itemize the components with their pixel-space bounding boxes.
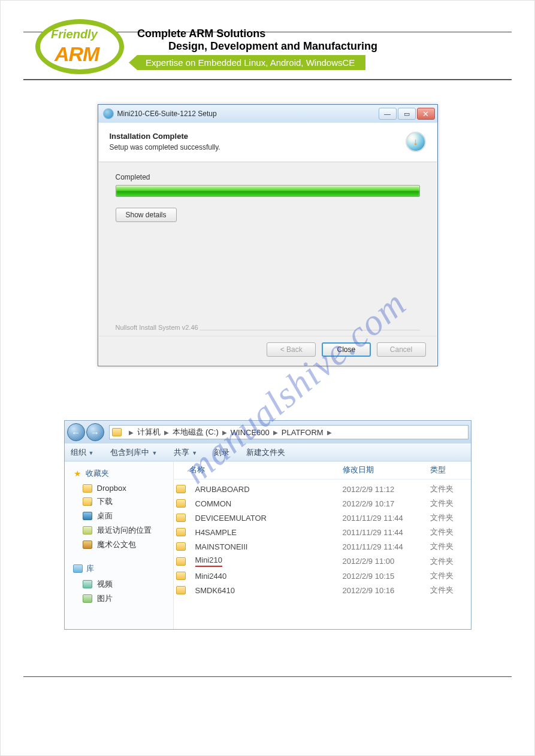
folder-icon — [176, 528, 186, 536]
briefcase-icon — [83, 541, 92, 549]
list-item[interactable]: SMDK6410 2012/2/9 10:16 文件夹 — [174, 583, 471, 597]
explorer-toolbar: 组织▼ 包含到库中▼ 共享▼ 刻录 新建文件夹 — [65, 444, 471, 462]
breadcrumb[interactable]: ▶ 计算机 ▶ 本地磁盘 (C:) ▶ WINCE600 ▶ PLATFORM … — [109, 425, 468, 439]
download-folder-icon — [83, 497, 92, 506]
folder-icon — [83, 484, 92, 493]
installer-footer-label: Nullsoft Install System v2.46 — [99, 324, 437, 336]
installer-icon — [103, 108, 114, 119]
list-item[interactable]: COMMON 2012/2/9 10:17 文件夹 — [174, 496, 471, 511]
page-header: Friendly ARM Complete ARM Solutions Desi… — [23, 32, 512, 80]
file-list: 名称 修改日期 类型 ARUBABOARD 2012/2/9 11:12 文件夹… — [174, 462, 471, 629]
logo-text-top: Friendly — [51, 28, 98, 41]
desktop-icon — [83, 512, 92, 520]
nav-forward-button[interactable]: → — [86, 423, 104, 441]
cancel-button[interactable]: Cancel — [377, 342, 426, 357]
video-icon — [83, 580, 92, 588]
crumb-1[interactable]: 计算机 — [137, 427, 161, 438]
toolbar-new-folder[interactable]: 新建文件夹 — [246, 447, 285, 458]
installer-window: Mini210-CE6-Suite-1212 Setup — ▭ ✕ Insta… — [98, 104, 438, 366]
installer-titlebar[interactable]: Mini210-CE6-Suite-1212 Setup — ▭ ✕ — [98, 105, 437, 123]
list-item[interactable]: Mini210 2012/2/9 11:00 文件夹 — [174, 554, 471, 569]
logo: Friendly ARM — [35, 19, 124, 74]
folder-icon — [176, 557, 186, 566]
header-line1: Complete ARM Solutions — [137, 28, 377, 40]
back-button[interactable]: < Back — [267, 342, 316, 357]
close-button[interactable]: Close — [322, 342, 371, 357]
column-type[interactable]: 类型 — [430, 464, 466, 475]
toolbar-burn[interactable]: 刻录 — [214, 447, 229, 458]
folder-icon — [176, 514, 186, 522]
crumb-4[interactable]: PLATFORM — [282, 428, 324, 437]
folder-icon — [112, 428, 122, 436]
show-details-button[interactable]: Show details — [116, 208, 177, 222]
sidebar-item-download[interactable]: 下载 — [69, 494, 173, 509]
toolbar-share[interactable]: 共享▼ — [174, 447, 197, 458]
sidebar-item-video[interactable]: 视频 — [69, 577, 173, 591]
install-status: Completed — [116, 173, 420, 181]
crumb-3[interactable]: WINCE600 — [231, 428, 270, 437]
crumb-2[interactable]: 本地磁盘 (C:) — [173, 427, 219, 438]
explorer-window: ← → ▶ 计算机 ▶ 本地磁盘 (C:) ▶ WINCE600 ▶ PLATF… — [64, 420, 471, 630]
recent-icon — [83, 526, 92, 535]
sidebar-libraries[interactable]: 库 — [69, 560, 173, 577]
logo-text-bottom: ARM — [55, 42, 99, 66]
sidebar-item-recent[interactable]: 最近访问的位置 — [69, 523, 173, 538]
maximize-button[interactable]: ▭ — [398, 108, 416, 120]
library-icon — [73, 564, 83, 573]
sidebar-item-image[interactable]: 图片 — [69, 591, 173, 606]
image-icon — [83, 594, 92, 603]
toolbar-organize[interactable]: 组织▼ — [71, 447, 94, 458]
sidebar-item-desktop[interactable]: 桌面 — [69, 509, 173, 523]
sidebar-item-briefcase[interactable]: 魔术公文包 — [69, 538, 173, 552]
toolbar-include[interactable]: 包含到库中▼ — [110, 447, 157, 458]
header-line2: Design, Development and Manufacturing — [137, 40, 377, 53]
column-name[interactable]: 名称 — [176, 464, 343, 475]
folder-icon — [176, 586, 186, 594]
list-item[interactable]: ARUBABOARD 2012/2/9 11:12 文件夹 — [174, 482, 471, 496]
installer-sub: Setup was completed successfully. — [110, 143, 406, 151]
minimize-button[interactable]: — — [379, 108, 397, 120]
installer-heading: Installation Complete — [110, 132, 406, 141]
column-date[interactable]: 修改日期 — [343, 464, 430, 475]
list-item[interactable]: Mini2440 2012/2/9 10:15 文件夹 — [174, 569, 471, 583]
close-window-button[interactable]: ✕ — [417, 108, 435, 120]
folder-icon — [176, 485, 186, 493]
folder-icon — [176, 499, 186, 508]
download-icon — [406, 132, 426, 152]
list-item[interactable]: DEVICEEMULATOR 2011/11/29 11:44 文件夹 — [174, 511, 471, 525]
nav-back-button[interactable]: ← — [67, 423, 85, 441]
star-icon: ★ — [73, 469, 82, 478]
header-band: Expertise on Embedded Linux, Android, Wi… — [137, 55, 365, 70]
sidebar-item-dropbox[interactable]: Dropbox — [69, 482, 173, 494]
sidebar-favorites[interactable]: ★ 收藏夹 — [69, 465, 173, 482]
installer-title: Mini210-CE6-Suite-1212 Setup — [117, 110, 379, 118]
explorer-sidebar: ★ 收藏夹 Dropbox 下载 桌面 最近访问的位置 魔术公文包 库 视频 图… — [65, 462, 174, 629]
folder-icon — [176, 542, 186, 551]
progress-bar — [116, 185, 420, 197]
list-item[interactable]: MAINSTONEIII 2011/11/29 11:44 文件夹 — [174, 539, 471, 554]
folder-icon — [176, 572, 186, 580]
list-item[interactable]: H4SAMPLE 2011/11/29 11:44 文件夹 — [174, 525, 471, 539]
